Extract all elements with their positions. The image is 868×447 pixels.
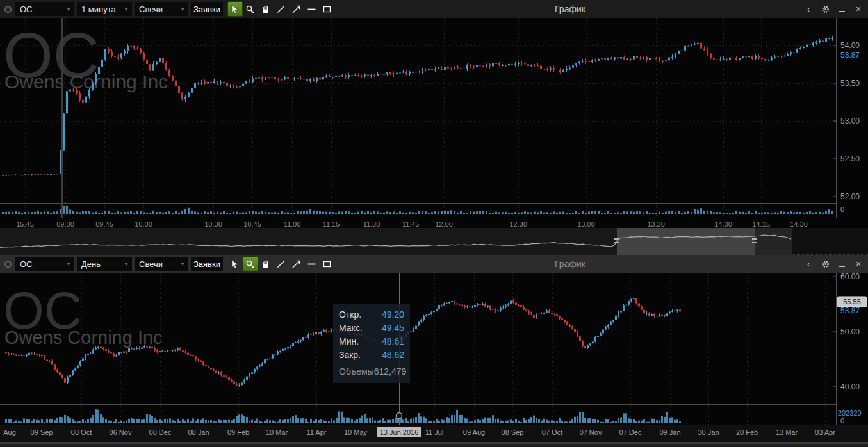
gear-icon xyxy=(821,5,830,13)
orders-toggle[interactable]: Заявки xyxy=(191,257,223,271)
minimize-icon xyxy=(839,266,845,267)
settings-button[interactable] xyxy=(821,259,830,269)
tool-trend-button[interactable] xyxy=(289,1,304,17)
date-label: 08 Dec xyxy=(149,428,172,436)
tooltip-low-label: Мин. xyxy=(339,335,359,348)
chart-type-select[interactable]: Свечи ▾ xyxy=(135,257,188,271)
hline-icon xyxy=(307,4,316,14)
date-label: 10 May xyxy=(344,428,367,436)
date-label: 13 Mar xyxy=(776,428,798,436)
close-button[interactable]: × xyxy=(854,259,863,269)
svg-text:202320: 202320 xyxy=(838,409,862,417)
date-label: 09 Jan xyxy=(659,428,680,436)
tool-zoom-button[interactable] xyxy=(243,256,258,272)
tool-rect-button[interactable] xyxy=(320,256,335,272)
date-label: 08 Sep xyxy=(502,428,524,436)
tooltip-close-value: 48.62 xyxy=(382,348,404,362)
close-icon: × xyxy=(856,259,861,268)
svg-text:53.87: 53.87 xyxy=(840,51,860,60)
settings-button[interactable] xyxy=(821,4,830,14)
link-ring-icon xyxy=(4,6,12,13)
time-label: 11.30 xyxy=(363,220,381,227)
minimize-button[interactable] xyxy=(837,259,846,269)
cursor-icon xyxy=(230,259,240,269)
date-label: 11 Jul xyxy=(425,428,444,436)
tool-zoom-button[interactable] xyxy=(243,1,258,17)
date-label: 07 Oct xyxy=(542,428,562,436)
bottom-date-axis[interactable]: Aug09 Sep08 Oct06 Nov08 Dec08 Jan09 Feb1… xyxy=(0,425,868,442)
panel-link-icon[interactable] xyxy=(3,4,13,14)
tooltip-row: Мин. 48.61 xyxy=(339,335,404,348)
svg-text:52.50: 52.50 xyxy=(840,154,860,163)
svg-text:60.00: 60.00 xyxy=(840,273,860,281)
tool-cursor-button[interactable] xyxy=(227,1,243,17)
svg-text:0: 0 xyxy=(840,206,844,213)
date-label: 09 Aug xyxy=(463,428,485,436)
instrument-select[interactable]: OC ▾ xyxy=(15,257,74,271)
tool-hline-button[interactable] xyxy=(304,256,320,272)
tooltip-high-value: 49.45 xyxy=(382,321,404,335)
panel-title: График xyxy=(555,259,585,269)
top-window-controls: ‹× xyxy=(804,0,863,18)
svg-text:54.00: 54.00 xyxy=(840,41,860,50)
interval-value: 1 минута xyxy=(81,4,116,14)
chevron-down-icon: ▾ xyxy=(181,6,184,12)
tool-line-button[interactable] xyxy=(274,1,289,17)
svg-text:40.00: 40.00 xyxy=(840,382,860,391)
collapse-icon: ‹ xyxy=(807,4,810,13)
minimize-button[interactable] xyxy=(837,4,846,14)
close-icon: × xyxy=(856,4,861,13)
candle-tooltip: Откр. 49.20 Макс. 49.45 Мин. 48.61 Закр.… xyxy=(333,304,410,383)
interval-select[interactable]: 1 минута ▾ xyxy=(77,2,132,16)
bottom-window-controls: ‹× xyxy=(804,255,863,273)
tooltip-open-label: Откр. xyxy=(339,308,361,321)
chevron-down-icon: ▾ xyxy=(67,6,70,12)
instrument-select[interactable]: OC ▾ xyxy=(15,2,74,16)
tool-pan-button[interactable] xyxy=(258,1,274,17)
time-label: 10.00 xyxy=(135,220,152,227)
time-label: 13.30 xyxy=(647,220,665,227)
time-label: 10.30 xyxy=(204,220,222,227)
orders-toggle[interactable]: Заявки xyxy=(191,2,223,16)
bottom-chart-canvas[interactable]: 60.0050.0040.0053.87020232055.55 xyxy=(0,273,868,425)
date-label: 30 Jan xyxy=(698,428,719,436)
tooltip-volume-label: Объемы xyxy=(339,365,374,378)
tool-cursor-button[interactable] xyxy=(227,256,243,272)
chart-type-select[interactable]: Свечи ▾ xyxy=(135,2,188,16)
tooltip-row: Макс. 49.45 xyxy=(339,321,404,335)
chart-type-value: Свечи xyxy=(139,4,163,14)
svg-text:0: 0 xyxy=(840,417,844,425)
hline-icon xyxy=(307,259,316,269)
time-label: 14.30 xyxy=(790,220,808,227)
close-button[interactable]: × xyxy=(854,4,863,14)
instrument-value: OC xyxy=(20,4,33,14)
tooltip-high-label: Макс. xyxy=(339,321,363,335)
tooltip-row: Откр. 49.20 xyxy=(339,308,404,321)
collapse-button[interactable]: ‹ xyxy=(804,4,813,14)
time-label: 15.45 xyxy=(16,220,34,227)
tool-trend-button[interactable] xyxy=(289,256,304,272)
time-label: 11.00 xyxy=(284,220,301,227)
panel-link-icon[interactable] xyxy=(3,259,13,269)
top-chart-canvas[interactable]: 54.0053.5053.0052.5052.0053.870 xyxy=(0,18,868,218)
chevron-down-icon: ▾ xyxy=(125,6,127,12)
svg-text:53.50: 53.50 xyxy=(840,79,860,88)
tool-line-button[interactable] xyxy=(274,256,289,272)
time-label: 09.00 xyxy=(56,220,74,227)
collapse-button[interactable]: ‹ xyxy=(804,259,813,269)
time-label: 12.30 xyxy=(509,220,527,227)
tooltip-open-value: 49.20 xyxy=(382,308,404,321)
chevron-down-icon: ▾ xyxy=(125,261,127,267)
time-label: 14.15 xyxy=(752,220,770,227)
svg-text:53.87: 53.87 xyxy=(840,306,860,315)
tool-pan-button[interactable] xyxy=(258,256,274,272)
chart-window: OC ▾ 1 минута ▾ Свечи ▾ Заявки График ‹×… xyxy=(0,0,868,447)
gear-icon xyxy=(821,260,830,268)
tooltip-close-label: Закр. xyxy=(339,348,361,362)
top-time-axis[interactable]: 15.4509.0009.4510.0010.3010.4511.0011.15… xyxy=(0,218,868,227)
rect-icon xyxy=(322,4,332,14)
interval-select[interactable]: День ▾ xyxy=(77,257,132,271)
tool-hline-button[interactable] xyxy=(304,1,320,17)
tool-rect-button[interactable] xyxy=(320,1,335,17)
instrument-value: OC xyxy=(20,259,33,269)
